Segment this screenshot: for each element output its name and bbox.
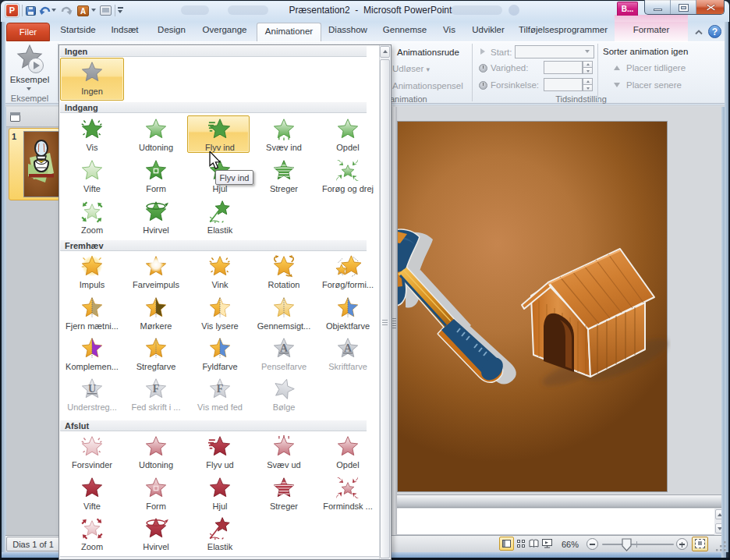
svg-text:A: A [280, 342, 289, 354]
svg-text:F: F [217, 382, 224, 395]
svg-text:A: A [344, 342, 353, 354]
svg-text:F: F [153, 382, 160, 395]
svg-text:U: U [88, 382, 96, 395]
